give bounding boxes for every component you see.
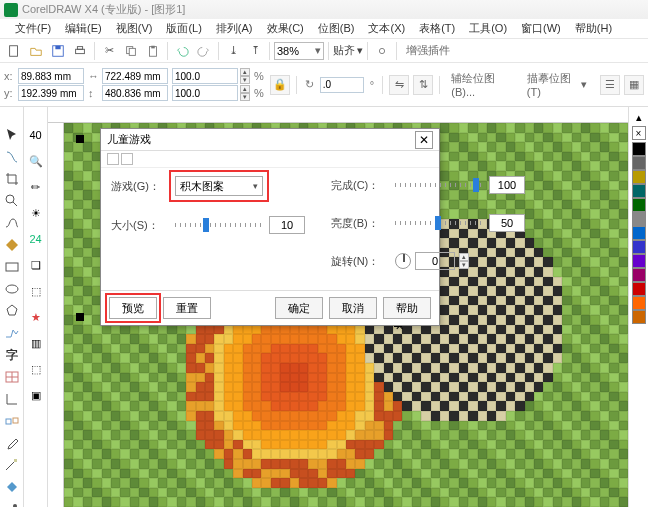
menu-item[interactable]: 编辑(E) [58,19,109,38]
x-input[interactable] [18,68,84,84]
size-slider[interactable] [175,223,261,227]
menu-item[interactable]: 版面(L) [159,19,208,38]
prop-icon[interactable]: ▦ [624,75,644,95]
aux-tool-icon[interactable]: 24 [28,231,44,247]
angle-input[interactable] [320,77,364,93]
aux-tool-icon[interactable]: ✏ [28,179,44,195]
preview-small-icon[interactable] [107,153,119,165]
smart-fill-icon[interactable] [4,237,20,253]
export-icon[interactable]: ⤒ [245,41,265,61]
preview-large-icon[interactable] [121,153,133,165]
edit-bitmap-button[interactable]: 辅绘位图(B)... [446,76,518,94]
color-swatch[interactable] [632,156,646,170]
rotate-value[interactable]: 0 [415,252,455,270]
mirror-h-icon[interactable]: ⇋ [389,75,409,95]
spinner[interactable]: ▴▾ [240,68,250,84]
menu-item[interactable]: 排列(A) [209,19,260,38]
menu-item[interactable]: 位图(B) [311,19,362,38]
menu-item[interactable]: 视图(V) [109,19,160,38]
table-tool-icon[interactable] [4,369,20,385]
new-icon[interactable] [4,41,24,61]
lock-aspect-icon[interactable]: 🔒 [270,75,290,95]
aux-tool-icon[interactable]: ⬚ [28,283,44,299]
menu-item[interactable]: 工具(O) [462,19,514,38]
rectangle-tool-icon[interactable] [4,259,20,275]
color-swatch[interactable] [632,226,646,240]
aux-tool-icon[interactable]: ❏ [28,257,44,273]
size-value[interactable]: 10 [269,216,305,234]
polygon-tool-icon[interactable] [4,303,20,319]
ellipse-tool-icon[interactable] [4,281,20,297]
prop-icon[interactable]: ☰ [600,75,620,95]
menu-item[interactable]: 窗口(W) [514,19,568,38]
bright-slider[interactable] [395,221,481,225]
aux-tool-icon[interactable]: ⬚ [28,361,44,377]
menu-item[interactable]: 效果(C) [260,19,311,38]
import-icon[interactable]: ⤓ [223,41,243,61]
open-icon[interactable] [26,41,46,61]
spinner[interactable]: ▴▾ [240,85,250,101]
aux-tool-icon[interactable]: ▣ [28,387,44,403]
bright-value[interactable]: 50 [489,214,525,232]
shape-tool-icon[interactable] [4,149,20,165]
copy-icon[interactable] [121,41,141,61]
selection-handle[interactable] [76,135,84,143]
pick-tool-icon[interactable] [4,127,20,143]
text-tool-icon[interactable]: 字 [4,347,20,363]
save-icon[interactable] [48,41,68,61]
help-button[interactable]: 帮助 [383,297,431,319]
aux-tool-icon[interactable]: 40 [28,127,44,143]
aux-tool-icon[interactable]: ☀ [28,205,44,221]
rotate-spinner[interactable]: ▴▾ [459,253,469,269]
color-swatch[interactable] [632,282,646,296]
palette-up-icon[interactable]: ▴ [636,111,642,124]
y-input[interactable] [18,85,84,101]
zoom-tool-icon[interactable] [4,193,20,209]
close-icon[interactable]: ✕ [415,131,433,149]
cut-icon[interactable]: ✂ [99,41,119,61]
scale-x-input[interactable] [172,68,238,84]
crop-tool-icon[interactable] [4,171,20,187]
color-swatch[interactable] [632,296,646,310]
mirror-v-icon[interactable]: ⇅ [413,75,433,95]
ok-button[interactable]: 确定 [275,297,323,319]
interactive-fill-icon[interactable] [4,501,20,507]
rotate-dial[interactable] [395,253,411,269]
color-swatch[interactable] [632,212,646,226]
height-input[interactable] [102,85,168,101]
paste-icon[interactable] [143,41,163,61]
redo-icon[interactable] [194,41,214,61]
selection-handle[interactable] [76,313,84,321]
aux-tool-icon[interactable]: 🔍 [28,153,44,169]
freehand-tool-icon[interactable] [4,215,20,231]
shapes-tool-icon[interactable] [4,325,20,341]
no-color-icon[interactable] [632,126,646,140]
trace-bitmap-button[interactable]: 描摹位图(T)▾ [522,76,592,94]
aux-tool-icon[interactable]: ▥ [28,335,44,351]
color-swatch[interactable] [632,142,646,156]
color-swatch[interactable] [632,254,646,268]
menu-item[interactable]: 帮助(H) [568,19,619,38]
color-swatch[interactable] [632,184,646,198]
color-swatch[interactable] [632,170,646,184]
width-input[interactable] [102,68,168,84]
menu-item[interactable]: 文本(X) [361,19,412,38]
plugin-button[interactable]: 增强插件 [401,42,455,60]
blend-tool-icon[interactable] [4,413,20,429]
print-icon[interactable] [70,41,90,61]
outline-tool-icon[interactable] [4,457,20,473]
eyedropper-tool-icon[interactable] [4,435,20,451]
scale-y-input[interactable] [172,85,238,101]
done-value[interactable]: 100 [489,176,525,194]
connector-tool-icon[interactable] [4,391,20,407]
options-icon[interactable] [372,41,392,61]
color-swatch[interactable] [632,240,646,254]
menu-item[interactable]: 文件(F) [8,19,58,38]
snap-group[interactable]: 贴齐▾ [333,43,363,58]
aux-tool-icon[interactable]: ★ [28,309,44,325]
menu-item[interactable]: 表格(T) [412,19,462,38]
zoom-select[interactable]: 38% ▾ [274,42,324,60]
color-swatch[interactable] [632,268,646,282]
fill-tool-icon[interactable] [4,479,20,495]
color-swatch[interactable] [632,198,646,212]
